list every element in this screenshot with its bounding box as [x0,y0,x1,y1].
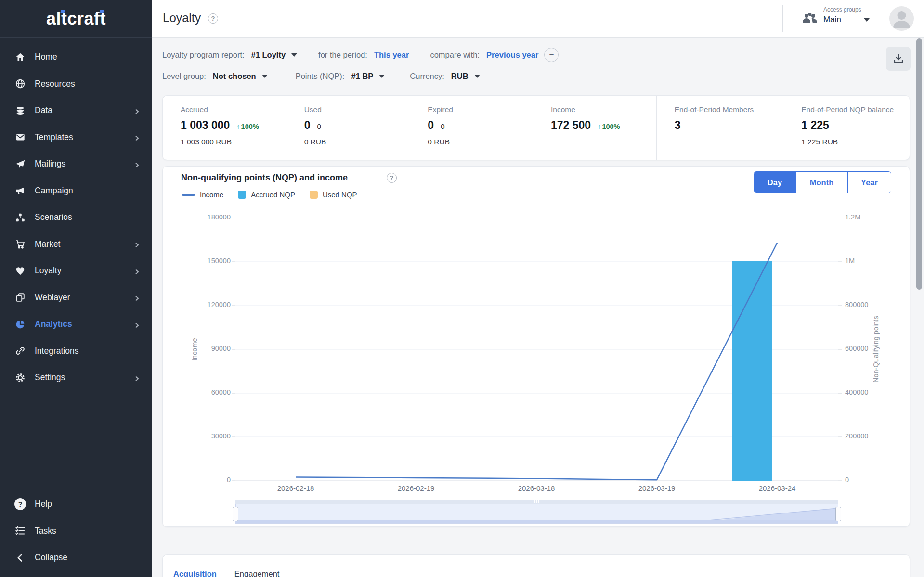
sidebar-item-home[interactable]: Home [0,44,152,71]
stat-delta-up: 100% [598,123,620,130]
legend-label[interactable]: Accrued NQP [251,191,295,199]
sidebar-item-mailings[interactable]: Mailings [0,151,152,178]
question-circle-icon [14,498,26,510]
sidebar-item-campaign[interactable]: Campaign [0,178,152,205]
download-icon [893,53,904,64]
chevron-right-icon [134,321,140,327]
sidebar-item-label: Settings [35,372,134,383]
y-axis-tick-left: 0 [185,476,231,484]
sidebar-item-label: Collapse [35,552,140,563]
legend-label[interactable]: Used NQP [323,191,357,199]
loyalty-analytics-page: altcraft Home Resources Data Templates [0,0,924,577]
points-select[interactable]: #1 BP [351,72,373,81]
stat-value: 1 225 [801,119,829,132]
legend-square-swatch[interactable] [238,191,246,199]
report-label: Loyalty program report: [162,51,245,60]
page-title: Loyalty [163,11,201,25]
envelope-icon [14,131,26,143]
chart-title: Non-qualifying points (NQP) and income [181,173,348,183]
sidebar-item-market[interactable]: Market [0,231,152,258]
download-button[interactable] [886,47,911,71]
globe-icon [14,78,26,90]
sidebar-item-help[interactable]: Help [0,491,152,518]
report-select[interactable]: #1 Loylty [251,51,286,60]
stat-used: Used 00 0 RUB [286,96,410,160]
avatar[interactable] [889,6,914,31]
year-button[interactable]: Year [847,172,891,193]
level-group-select[interactable]: Not chosen [213,72,256,81]
chevron-down-icon[interactable] [291,53,297,57]
logo-text: t [100,9,106,28]
remove-compare-button[interactable] [544,48,559,62]
sidebar-item-analytics[interactable]: Analytics [0,311,152,338]
sidebar-item-templates[interactable]: Templates [0,124,152,151]
sidebar-item-weblayer[interactable]: Weblayer [0,284,152,311]
stat-label: Used [304,105,410,114]
slider-window[interactable] [235,504,838,524]
database-icon [14,105,26,116]
sitemap-icon [14,212,26,223]
gear-icon [14,372,26,384]
logo-text: craf [67,9,100,28]
y-axis-tick-right: 200000 [845,432,868,440]
stat-sub-value: 0 RUB [428,138,533,146]
logo[interactable]: altcraft [0,0,152,38]
x-axis-tick: 2026-03-24 [748,484,806,492]
chevron-down-icon[interactable] [262,75,268,78]
period-link[interactable]: This year [374,51,409,60]
sidebar-item-settings[interactable]: Settings [0,364,152,391]
chevron-right-icon [134,134,140,140]
stat-value: 0 [304,119,311,132]
day-button[interactable]: Day [754,172,795,193]
chevron-down-icon[interactable] [474,75,480,78]
tabs-row: Acquisition Engagement [173,569,297,577]
chart-range-slider[interactable] [235,500,838,524]
y-axis-tick-right: 600000 [845,345,868,352]
help-icon[interactable] [208,13,218,24]
compare-link[interactable]: Previous year [486,51,538,60]
sidebar-item-loyalty[interactable]: Loyalty [0,257,152,284]
sidebar-item-tasks[interactable]: Tasks [0,518,152,545]
access-groups-icon [800,12,820,27]
sidebar-footer: Help Tasks Collapse [0,491,152,571]
checklist-icon [14,525,26,537]
megaphone-icon [14,185,26,196]
vertical-scrollbar[interactable] [916,38,922,290]
x-axis-tick: 2026-02-18 [267,484,325,492]
sidebar-item-data[interactable]: Data [0,97,152,124]
legend-label[interactable]: Income [200,191,223,199]
chevron-right-icon [134,295,140,300]
access-group-value[interactable]: Main [823,15,841,25]
header-divider [782,5,783,32]
chevron-right-icon [134,108,140,114]
chevron-down-icon[interactable] [864,18,870,22]
tab-acquisition[interactable]: Acquisition [173,569,217,577]
legend-square-swatch[interactable] [310,191,318,199]
stat-eop-nqp-balance: End-of-Period NQP balance 1 225 1 225 RU… [783,96,910,160]
slider-left-handle[interactable] [233,507,238,521]
y-axis-tick-left: 180000 [185,213,231,221]
logo-text: al [46,9,61,28]
chevron-down-icon[interactable] [379,75,385,78]
slider-right-handle[interactable] [835,507,841,521]
pie-chart-icon [14,319,26,330]
top-header: Loyalty Access groups Main [152,0,924,38]
stat-eop-members: End-of-Period Members 3 [656,96,783,160]
logo-text: t [61,9,67,28]
y-axis-tick-right: 400000 [845,388,868,396]
help-icon[interactable] [387,173,397,183]
home-icon [14,51,26,63]
filter-row-1: Loyalty program report: #1 Loylty for th… [162,48,559,62]
sidebar-item-scenarios[interactable]: Scenarios [0,204,152,231]
legend-line-swatch[interactable] [182,194,195,196]
slider-move-handle[interactable] [235,500,838,504]
sidebar-item-resources[interactable]: Resources [0,71,152,98]
chevron-right-icon [134,268,140,274]
tab-engagement[interactable]: Engagement [234,569,280,577]
stat-value: 1 003 000 [181,119,230,132]
stat-accrued: Accrued 1 003 000100% 1 003 000 RUB [163,96,286,160]
currency-select[interactable]: RUB [451,72,469,81]
sidebar-item-collapse[interactable]: Collapse [0,544,152,571]
month-button[interactable]: Month [795,172,847,193]
sidebar-item-integrations[interactable]: Integrations [0,338,152,365]
